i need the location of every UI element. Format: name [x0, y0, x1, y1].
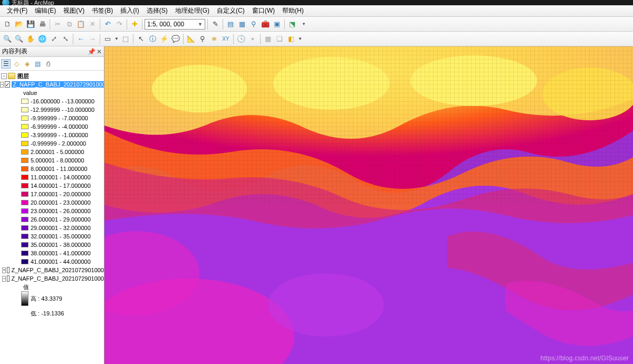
next-extent-icon[interactable]: → — [87, 34, 98, 44]
window-title: 无标题 - ArcMap — [12, 0, 54, 5]
menu-file[interactable]: 文件(F) — [3, 6, 31, 15]
legend-swatch — [21, 191, 28, 197]
find-icon[interactable]: ⚲ — [197, 34, 208, 44]
menu-customize[interactable]: 自定义(C) — [213, 6, 248, 15]
editor-toolbar-icon[interactable]: ✎ — [210, 19, 220, 30]
collapse-icon[interactable]: − — [0, 82, 4, 88]
copy-icon[interactable]: ⧉ — [64, 19, 74, 30]
find-route-icon[interactable]: ⛯ — [209, 34, 219, 44]
toc-header: 内容列表 📌 ✕ — [0, 46, 104, 57]
menu-geoprocessing[interactable]: 地理处理(G) — [171, 6, 213, 15]
fixed-zoom-out-icon[interactable]: ⤡ — [60, 34, 71, 44]
open-table-icon[interactable]: ▦ — [263, 34, 273, 44]
checkbox-unchecked[interactable] — [7, 267, 9, 273]
measure-icon[interactable]: 📐 — [186, 34, 196, 44]
goto-xy-icon[interactable]: XY — [220, 34, 231, 44]
layer-selected: − ✓ Z_NAFP_C_BABJ_2021072901000 — [0, 80, 104, 89]
root-label[interactable]: 图层 — [17, 72, 29, 80]
tools-toolbar: 🔍 🔍 ✋ 🌐 ⤢ ⤡ ← → ▭ ▼ ⬚ ↖ ⓘ ⚡ 💬 📐 ⚲ ⛯ XY 🕓… — [0, 32, 633, 46]
checkbox-checked[interactable]: ✓ — [5, 81, 10, 88]
effects-toolbar-icon[interactable]: ◧ — [286, 34, 296, 44]
toc-icon[interactable]: ▤ — [225, 19, 236, 30]
dropdown-icon[interactable]: ▼ — [298, 34, 303, 44]
menu-insert[interactable]: 插入(I) — [117, 6, 142, 15]
separator — [142, 19, 142, 30]
pin-icon[interactable]: 📌 — [88, 48, 95, 55]
scale-input[interactable]: 1:5, 000, 000 ▼ — [145, 19, 205, 30]
legend-item: -3.999999 - -1.000000 — [0, 131, 104, 139]
html-popup-icon[interactable]: 💬 — [170, 34, 181, 44]
options-icon[interactable]: ⎙ — [43, 59, 53, 69]
time-slider-icon[interactable]: 🕓 — [236, 34, 246, 44]
layer-name[interactable]: Z_NAFP_C_BABJ_2021072901000 — [11, 275, 104, 282]
dropdown-icon[interactable]: ▼ — [114, 34, 119, 44]
value-header: value — [0, 89, 104, 97]
legend-swatch — [21, 149, 28, 155]
collapse-icon[interactable]: − — [2, 276, 6, 282]
undo-icon[interactable]: ↶ — [102, 19, 113, 30]
cut-icon[interactable]: ✂ — [52, 19, 63, 30]
clear-selection-icon[interactable]: ⬚ — [120, 34, 131, 44]
open-icon[interactable]: 📂 — [14, 19, 24, 30]
legend-item: -12.999999 - -10.000000 — [0, 106, 104, 114]
close-icon[interactable]: ✕ — [97, 48, 102, 55]
toolbox-icon[interactable]: 🧰 — [260, 19, 271, 30]
search-window-icon[interactable]: ⚲ — [248, 19, 259, 30]
value-label: value — [23, 90, 37, 96]
pan-icon[interactable]: ✋ — [25, 34, 36, 44]
collapse-icon[interactable]: − — [1, 73, 7, 79]
python-window-icon[interactable]: ▣ — [272, 19, 282, 30]
list-by-selection-icon[interactable]: ▤ — [33, 59, 42, 69]
separator — [133, 34, 133, 44]
add-data-icon[interactable]: ✚ — [129, 19, 140, 30]
legend-label: 26.000001 - 29.000000 — [31, 216, 91, 223]
menu-help[interactable]: 帮助(H) — [279, 6, 308, 15]
map-canvas[interactable]: https://blog.csdn.net/GISuuser — [104, 46, 633, 364]
legend-label: 29.000001 - 32.000000 — [31, 225, 91, 231]
legend-label: 14.000001 - 17.000000 — [31, 183, 91, 189]
list-by-drawing-order-icon[interactable]: ☰ — [1, 59, 11, 69]
fixed-zoom-in-icon[interactable]: ⤢ — [49, 34, 59, 44]
create-viewer-icon[interactable]: ▫ — [247, 34, 258, 44]
table-window-icon[interactable]: ❏ — [274, 34, 285, 44]
layer-name[interactable]: Z_NAFP_C_BABJ_2021072901000 — [12, 81, 104, 88]
menu-bookmarks[interactable]: 书签(B) — [88, 6, 117, 15]
legend-label: -3.999999 - -1.000000 — [31, 132, 88, 138]
menu-edit[interactable]: 编辑(E) — [31, 6, 60, 15]
hyperlink-icon[interactable]: ⚡ — [159, 34, 169, 44]
gray-low-row: 低 : -19.1336 — [0, 309, 104, 318]
checkbox-unchecked[interactable] — [7, 275, 9, 282]
list-by-visibility-icon[interactable]: ◈ — [22, 59, 32, 69]
catalog-icon[interactable]: ▦ — [237, 19, 247, 30]
legend-item: 35.000001 - 38.000000 — [0, 241, 104, 249]
layer-name[interactable]: Z_NAFP_C_BABJ_2021072901000 — [11, 267, 104, 273]
new-document-icon[interactable]: 🗋 — [2, 19, 13, 30]
legend-item: -0.999999 - 2.000000 — [0, 139, 104, 148]
paste-icon[interactable]: 📋 — [75, 19, 86, 30]
chevron-down-icon[interactable]: ▼ — [198, 22, 203, 27]
zoom-out-icon[interactable]: 🔍 — [14, 34, 24, 44]
select-elements-icon[interactable]: ↖ — [136, 34, 146, 44]
legend-swatch — [21, 200, 28, 205]
menu-window[interactable]: 窗口(W) — [248, 6, 279, 15]
select-features-icon[interactable]: ▭ — [102, 34, 113, 44]
dropdown-icon[interactable]: ▼ — [299, 19, 309, 30]
zoom-in-icon[interactable]: 🔍 — [2, 34, 13, 44]
toc-title: 内容列表 — [2, 47, 27, 56]
print-icon[interactable]: 🖶 — [37, 19, 47, 30]
full-extent-icon[interactable]: 🌐 — [37, 34, 47, 44]
separator — [183, 34, 184, 44]
menu-view[interactable]: 视图(V) — [60, 6, 88, 15]
menu-selection[interactable]: 选择(S) — [143, 6, 171, 15]
save-icon[interactable]: 💾 — [25, 19, 36, 30]
expand-icon[interactable]: + — [2, 267, 6, 273]
prev-extent-icon[interactable]: ← — [75, 34, 86, 44]
identify-icon[interactable]: ⓘ — [147, 34, 158, 44]
list-by-source-icon[interactable]: ◇ — [12, 59, 21, 69]
legend-swatch — [21, 116, 28, 121]
legend-item: 29.000001 - 32.000000 — [0, 224, 104, 232]
raster-render — [104, 46, 633, 364]
redo-icon[interactable]: ↷ — [114, 19, 124, 30]
model-builder-icon[interactable]: ⬔ — [287, 19, 298, 30]
delete-icon[interactable]: ✕ — [87, 19, 98, 30]
